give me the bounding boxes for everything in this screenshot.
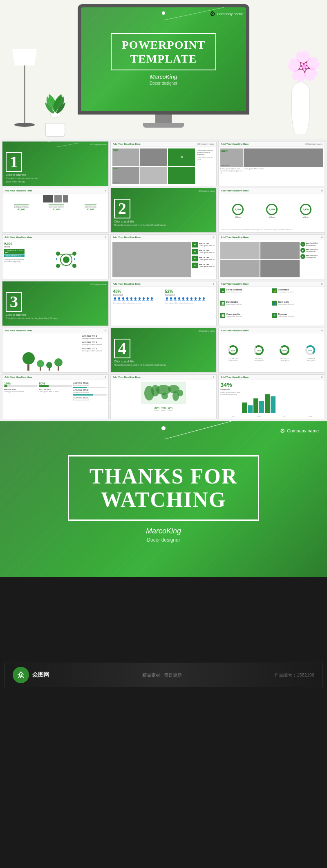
slide12-content: Add Your Headline Here ⚙ ☁ Cloud automat…	[219, 281, 325, 326]
plant-leaves	[39, 82, 72, 123]
slide1-thought-text: Thoughtful customer-centric for the	[6, 177, 38, 180]
svg-point-2	[63, 256, 69, 263]
vase-body	[291, 82, 310, 135]
slide13-content: Add Your Headline Here ⚙	[2, 328, 108, 372]
slide-7: Add Your Headline Here ⚙ 9,300 Million L…	[2, 234, 109, 279]
slide7-header: Add Your Headline Here ⚙	[2, 235, 108, 240]
slide14-content: ⚙ Company name 4 Click to add fitle Thou…	[111, 328, 217, 372]
slide-17: Add Your Headline Here ⚙	[110, 374, 217, 419]
gear-icon: ⚙	[210, 10, 215, 18]
watermark-icon: 众	[13, 667, 29, 683]
network-svg: 👤 👤	[54, 247, 78, 272]
circle-3: 2,400 Million	[300, 204, 311, 218]
slide-3: Add Your Headline Here ⚙ Company name 34…	[218, 141, 325, 186]
svg-point-32	[177, 390, 183, 396]
slide10-thought: Thoughtful customer-centric for the glob…	[6, 317, 58, 319]
vase-decoration: 🌸	[286, 57, 315, 139]
slide10-content: ⚙ Company name 3 Click to add fitle Thou…	[2, 281, 108, 326]
slide18-content: Add Your Headline Here ⚙ 34% From title …	[219, 375, 325, 419]
slide5-number: 2	[114, 199, 130, 218]
slide10-click-text: Click to add fitle	[6, 313, 26, 316]
slide16-content: Add Your Headline Here ⚙ 10% ADD THE TIT…	[2, 375, 108, 419]
world-map-svg	[141, 382, 186, 404]
slide9-header: Add Your Headline Here ⚙	[219, 235, 325, 240]
thanks-section: ⚙ Company name Thanks For Watching Marco…	[0, 421, 327, 577]
slide-18: Add Your Headline Here ⚙ 34% From title …	[218, 374, 325, 419]
slide-author: MarcoKing	[150, 74, 177, 80]
connector-left	[100, 4, 160, 7]
flower-branch: 🌸	[285, 47, 323, 84]
watermark-bar: 众 众图网 精品素材 · 每日更新 作品编号：1582196	[4, 663, 323, 687]
thanks-title: Thanks For Watching	[90, 465, 237, 511]
slide14-thought: Thoughtful customer-centric for the glob…	[114, 364, 166, 366]
lamp-neck	[24, 65, 25, 123]
monitor-section: ⚙ Company name PowerPoint Template Marco…	[0, 0, 327, 139]
watermark-work-id: 作品编号：1582196	[274, 672, 314, 678]
slide12-header: Add Your Headline Here ⚙	[219, 281, 325, 287]
monitor: ⚙ Company name PowerPoint Template Marco…	[78, 4, 249, 135]
slide15-content: Add Your Headline Here ⚙ 82% +17,356,523…	[219, 328, 325, 372]
thanks-role: Docer designer	[147, 537, 180, 543]
svg-text:92%: 92%	[282, 349, 287, 352]
slide-6: Add Your Headline Here ⚙ 9,300 Million 3…	[218, 188, 325, 233]
thanks-gear-icon: ⚙	[280, 427, 285, 434]
monitor-screen: ⚙ Company name PowerPoint Template Marco…	[81, 7, 246, 111]
slide-5: ⚙Company name 2 Click to add title Thoug…	[110, 188, 217, 233]
slide-1: ⚙Company name 1 Click to add fitle Thoug…	[2, 141, 109, 186]
circle-1: 9,300 Million	[232, 204, 244, 218]
slide-num-1-content: ⚙Company name 1 Click to add fitle Thoug…	[2, 142, 108, 186]
slide13-header: Add Your Headline Here ⚙	[2, 328, 108, 333]
svg-point-6	[72, 264, 76, 268]
lamp-decoration	[8, 49, 41, 139]
company-badge: ⚙ Company name	[210, 10, 243, 18]
watermark-site-name: 众图网	[32, 671, 49, 679]
slide5-click-text: Click to add title	[114, 220, 134, 223]
slide8-content: Add Your Headline Here ⚙ ✦ Add The Title…	[111, 235, 217, 279]
slide18-header: Add Your Headline Here ⚙	[219, 375, 325, 380]
title-box: PowerPoint Template	[111, 33, 216, 70]
slide2-body: 59% ⚙ 34% From title Lorem ipsum dolor s…	[111, 147, 217, 186]
thanks-line-right	[165, 418, 244, 439]
svg-text:54%: 54%	[308, 349, 313, 352]
slide6-header: Add Your Headline Here ⚙	[219, 188, 325, 193]
slide15-header: Add Your Headline Here ⚙	[219, 328, 325, 333]
slide11-content: Add Your Headline Here ⚙ 48% From 2014 👤…	[111, 281, 217, 326]
slide14-number: 4	[114, 339, 130, 358]
svg-point-33	[163, 388, 164, 390]
slide-9: Add Your Headline Here ⚙ + Add The TITLE…	[218, 234, 325, 279]
plant-decoration	[37, 82, 74, 139]
lamp-shade	[12, 49, 37, 65]
svg-point-29	[161, 393, 168, 399]
slide1-click-text: Click to add fitle	[6, 173, 26, 176]
slide2-content: Add Your Headline Here ⚙ Company name 59…	[111, 142, 217, 186]
slide-13: Add Your Headline Here ⚙	[2, 328, 109, 373]
slide15-donuts: 82% +17,356,523 Lorem ipsum 76% +17,356,…	[219, 333, 325, 372]
svg-point-3	[56, 252, 60, 256]
slide16-header: Add Your Headline Here ⚙	[2, 375, 108, 380]
slide11-header: Add Your Headline Here ⚙	[111, 281, 217, 287]
slide9-content: Add Your Headline Here ⚙ + Add The TITLE…	[219, 235, 325, 279]
slide3-header: Add Your Headline Here ⚙ Company name	[219, 142, 325, 147]
svg-text:82%: 82%	[231, 349, 235, 352]
slide4-content: Add Your Headline Here ⚙ LOREM IPSUM 81,…	[2, 188, 108, 232]
slide6-content: Add Your Headline Here ⚙ 9,300 Million 3…	[219, 188, 325, 232]
slide3-content: Add Your Headline Here ⚙ Company name 34…	[219, 142, 325, 186]
slide-4: Add Your Headline Here ⚙ LOREM IPSUM 81,…	[2, 188, 109, 233]
slide14-click-text: Click to add fitle	[114, 360, 134, 363]
slide1-number: 1	[6, 152, 22, 172]
slide5-content: ⚙Company name 2 Click to add title Thoug…	[111, 188, 217, 232]
slide5-thought: Thoughtful customer-centric for the glob…	[114, 224, 166, 226]
slide-8: Add Your Headline Here ⚙ ✦ Add The Title…	[110, 234, 217, 279]
svg-text:👤: 👤	[56, 258, 58, 260]
main-title: PowerPoint Template	[122, 38, 205, 65]
plant-pot	[45, 123, 65, 137]
slide6-circles: 9,300 Million 3,500 Million 2,400 Millio…	[219, 193, 325, 229]
apple-logo: 	[162, 115, 165, 124]
svg-point-4	[72, 252, 76, 256]
monitor-body: ⚙ Company name PowerPoint Template Marco…	[78, 4, 249, 115]
slide-15: Add Your Headline Here ⚙ 82% +17,356,523…	[218, 328, 325, 373]
watermark-slogan: 精品素材 · 每日更新	[142, 672, 182, 678]
slide-10: ⚙ Company name 3 Click to add fitle Thou…	[2, 281, 109, 326]
slide17-header: Add Your Headline Here ⚙	[111, 375, 217, 380]
slide-14: ⚙ Company name 4 Click to add fitle Thou…	[110, 328, 217, 373]
